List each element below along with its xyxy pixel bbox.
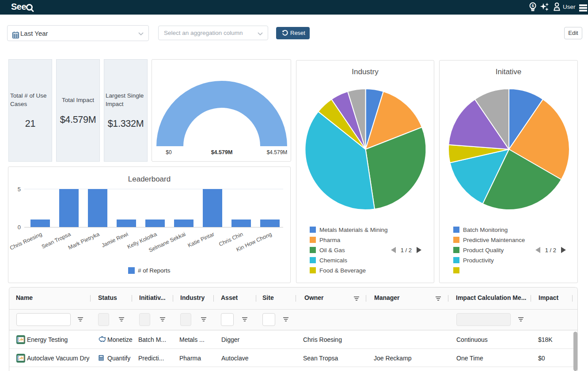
svg-text:Chris Roesing: Chris Roesing xyxy=(9,231,43,251)
svg-text:0: 0 xyxy=(18,224,21,231)
svg-text:See: See xyxy=(11,2,26,11)
svg-text:$: $ xyxy=(532,4,534,8)
svg-text:Sean Tropsa: Sean Tropsa xyxy=(41,231,72,250)
svg-text:5: 5 xyxy=(18,186,21,193)
svg-text:# of Reports: # of Reports xyxy=(138,267,171,274)
svg-text:Jamie Rewi: Jamie Rewi xyxy=(101,231,129,249)
svg-text:Mark Pietryka: Mark Pietryka xyxy=(67,231,100,251)
svg-text:Katie Pintar: Katie Pintar xyxy=(187,231,215,249)
